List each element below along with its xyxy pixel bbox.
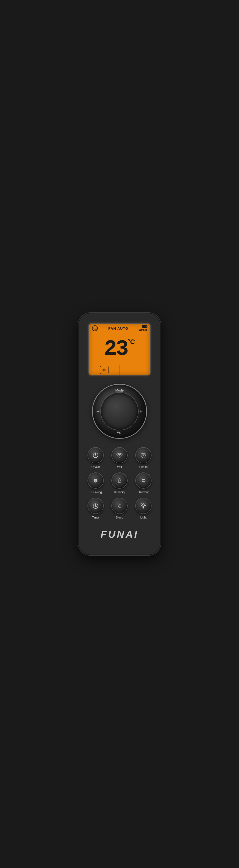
light-button-item[interactable]: Light [134, 498, 153, 519]
svg-point-3 [95, 506, 96, 506]
lcd-triangle-icon: △ [92, 326, 98, 331]
lcd-temperature-area: 23 °C [89, 333, 150, 365]
wifi-icon [116, 452, 123, 459]
dial-minus-label: − [97, 408, 100, 414]
power-button[interactable] [87, 447, 104, 463]
ud-swing-button[interactable] [87, 472, 104, 489]
remote-control: △ FAN AUTO OPER [79, 313, 160, 555]
lcd-status-label: OPER [139, 328, 147, 332]
lcd-mode-label: FAN AUTO [108, 326, 128, 331]
lcd-temperature-value: 23 [104, 338, 127, 360]
wifi-button-item[interactable]: Wifi [110, 447, 129, 469]
light-icon [139, 502, 147, 510]
ud-swing-button-item[interactable]: UD-swing [86, 472, 105, 494]
button-grid: On/Off Wifi [86, 447, 153, 519]
humidity-icon [116, 477, 123, 484]
humidity-label: Humidity [114, 491, 125, 494]
lr-swing-icon [139, 477, 147, 484]
wifi-button[interactable] [111, 447, 128, 463]
power-button-item[interactable]: On/Off [86, 447, 105, 469]
ud-swing-icon [92, 477, 100, 484]
control-dial[interactable]: Mode − + Fan [91, 383, 148, 440]
dial-fan-label: Fan [117, 430, 122, 434]
sleep-button-item[interactable]: Sleep [110, 498, 129, 519]
brand-name: FUNAI [101, 529, 138, 540]
humidity-button[interactable] [111, 472, 128, 489]
lr-swing-button-item[interactable]: LR-swing [134, 472, 153, 494]
lr-swing-label: LR-swing [137, 491, 149, 494]
dial-outer-ring[interactable]: Mode − + Fan [92, 384, 147, 439]
timer-button[interactable] [87, 498, 104, 514]
health-button-item[interactable]: Health [134, 447, 153, 469]
lcd-bottom-area: ❄ [89, 365, 150, 375]
lcd-temperature-unit: °C [127, 338, 135, 346]
lcd-right-info: OPER [139, 325, 147, 332]
sleep-label: Sleep [116, 516, 123, 519]
lr-swing-button[interactable] [135, 472, 152, 489]
light-button[interactable] [135, 498, 152, 514]
sleep-button[interactable] [111, 498, 128, 514]
lcd-bottom-right-area [120, 365, 150, 375]
dial-mode-label: Mode [115, 389, 124, 392]
power-icon [92, 452, 100, 459]
health-button[interactable] [135, 447, 152, 463]
power-label: On/Off [91, 465, 100, 469]
timer-label: Timer [92, 516, 99, 519]
wifi-label: Wifi [117, 465, 122, 469]
ud-swing-label: UD-swing [89, 491, 102, 494]
svg-point-4 [142, 504, 144, 506]
lcd-display: △ FAN AUTO OPER [88, 323, 151, 375]
humidity-button-item[interactable]: Humidity [110, 472, 129, 494]
light-label: Light [140, 516, 147, 519]
timer-button-item[interactable]: Timer [86, 498, 105, 519]
dial-plus-label: + [139, 408, 142, 414]
timer-icon [92, 502, 100, 510]
lcd-snowflake-icon: ❄ [100, 366, 108, 374]
lcd-battery-icon [142, 325, 147, 328]
health-icon [139, 452, 147, 459]
health-label: Health [139, 465, 148, 469]
sleep-icon [116, 502, 123, 510]
lcd-snowflake-area: ❄ [89, 365, 120, 375]
dial-inner-circle[interactable] [100, 392, 139, 430]
